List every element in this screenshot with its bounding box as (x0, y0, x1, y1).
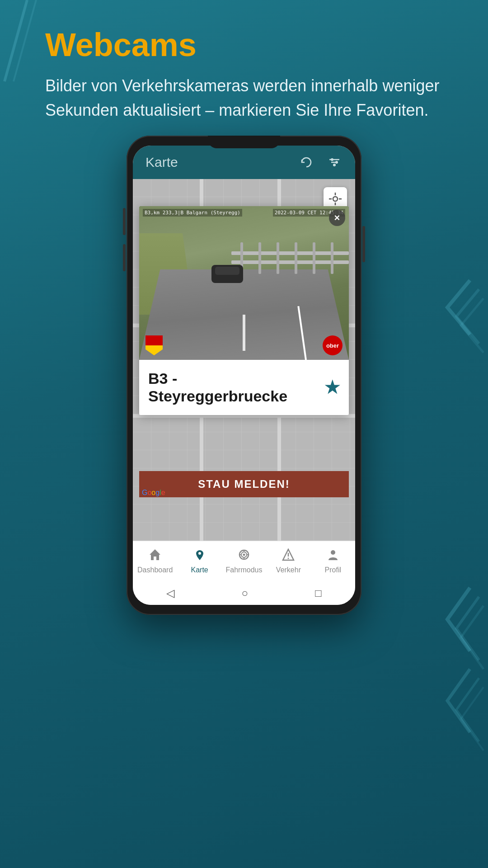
svg-point-23 (198, 552, 201, 555)
svg-marker-21 (150, 549, 160, 560)
close-button[interactable]: × (329, 210, 345, 226)
svg-rect-19 (313, 242, 315, 274)
bottom-navigation: Dashboard Karte (133, 541, 355, 581)
svg-point-33 (288, 558, 289, 559)
power-button (362, 226, 365, 262)
cam-osd-left: B3,km 233,3|B Balgarn (Steyregg) (143, 209, 242, 217)
svg-point-8 (333, 197, 338, 201)
karte-icon (193, 548, 206, 564)
recent-apps-button[interactable]: □ (315, 587, 322, 599)
fahrmodus-icon (238, 548, 250, 564)
nav-item-dashboard[interactable]: Dashboard (133, 548, 177, 574)
webcam-image: B3,km 233,3|B Balgarn (Steyregg) 2022-03… (139, 206, 349, 360)
app-bar: Karte (133, 146, 355, 179)
nav-item-verkehr[interactable]: Verkehr (266, 548, 310, 574)
refresh-button[interactable] (298, 154, 314, 170)
svg-rect-20 (331, 242, 333, 274)
cam-shield-logo (145, 335, 163, 355)
system-navigation: ◁ ○ □ (133, 581, 355, 605)
nav-item-karte[interactable]: Karte (177, 548, 221, 574)
dashboard-icon (149, 548, 161, 564)
favorite-star-icon[interactable]: ★ (324, 377, 340, 397)
nav-item-profil[interactable]: Profil (311, 548, 355, 574)
svg-point-7 (333, 164, 336, 166)
nav-item-fahrmodus[interactable]: Fahrmodus (222, 548, 266, 574)
svg-point-34 (331, 550, 335, 555)
person-icon (327, 548, 339, 561)
svg-rect-18 (295, 242, 297, 274)
map-area[interactable]: B3,km 233,3|B Balgarn (Steyregg) 2022-03… (133, 179, 355, 541)
webcam-info-card: B3 - Steyreggerbruecke ★ (139, 360, 349, 415)
map-pin-icon (193, 548, 206, 561)
nav-label-profil: Profil (325, 566, 341, 574)
phone-screen: Karte (133, 146, 355, 605)
svg-rect-17 (277, 242, 279, 274)
page-title: Webcams (45, 27, 461, 63)
nav-label-dashboard: Dashboard (137, 566, 173, 574)
svg-point-5 (331, 158, 333, 161)
home-icon (149, 548, 161, 561)
shield-body (145, 335, 163, 355)
home-button[interactable]: ○ (241, 587, 248, 599)
filter-icon (328, 156, 341, 169)
warning-icon (282, 548, 295, 561)
app-bar-title: Karte (145, 155, 298, 170)
svg-point-26 (243, 554, 245, 556)
phone-notch (208, 136, 280, 148)
profil-icon (327, 548, 339, 564)
webcam-popup: B3,km 233,3|B Balgarn (Steyregg) 2022-03… (139, 206, 349, 541)
nav-label-verkehr: Verkehr (276, 566, 301, 574)
page-description: Bilder von Verkehrskameras werden innerh… (45, 74, 461, 123)
header-section: Webcams Bilder von Verkehrskameras werde… (45, 27, 461, 123)
refresh-icon (300, 156, 313, 169)
webcam-location-name: B3 - Steyreggerbruecke ★ (148, 370, 340, 405)
car (211, 265, 243, 283)
nav-label-fahrmodus: Fahrmodus (226, 566, 263, 574)
app-bar-icons (298, 154, 343, 170)
back-button[interactable]: ◁ (166, 587, 174, 599)
phone-frame: Karte (127, 136, 361, 615)
volume-up-button (123, 208, 126, 235)
spiral-icon (238, 548, 250, 561)
guardrail-icon (231, 238, 349, 278)
svg-rect-16 (258, 242, 261, 274)
volume-down-button (123, 244, 126, 271)
road-center-line (243, 315, 245, 351)
cam-ober-logo: ober (323, 335, 343, 355)
verkehr-icon (282, 548, 295, 564)
nav-label-karte: Karte (191, 566, 208, 574)
filter-button[interactable] (326, 154, 343, 170)
webcam-popup-inner: B3,km 233,3|B Balgarn (Steyregg) 2022-03… (139, 206, 349, 415)
svg-point-6 (335, 161, 338, 164)
location-icon (328, 192, 342, 206)
